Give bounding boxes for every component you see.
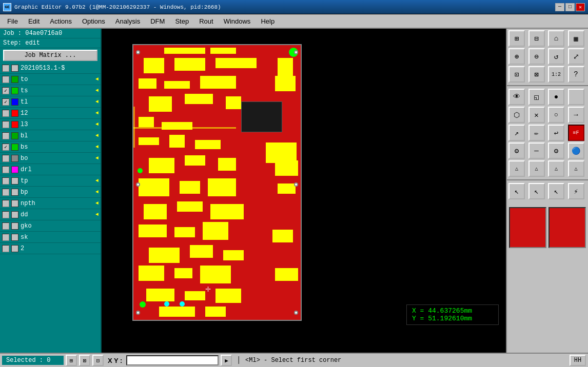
active-tool-button[interactable]: ≡F <box>568 125 584 141</box>
layer-checkbox[interactable] <box>2 234 9 241</box>
maximize-button[interactable]: □ <box>565 3 575 11</box>
layer-checkbox[interactable]: ✓ <box>2 144 9 151</box>
layer-row[interactable]: gko <box>0 220 101 232</box>
menu-actions[interactable]: Actions <box>45 16 77 27</box>
status-icon-3[interactable]: ⊡ <box>92 355 104 366</box>
job-matrix-button[interactable]: Job Matrix ... <box>3 50 97 61</box>
fit-button[interactable]: ⤢ <box>568 48 584 65</box>
grid-button[interactable]: ▦ <box>568 30 584 47</box>
tri4-button[interactable]: △ <box>568 160 584 177</box>
menu-windows[interactable]: Windows <box>219 16 256 27</box>
layer-checkbox[interactable] <box>2 211 9 218</box>
layer-checkbox[interactable]: ✓ <box>2 98 9 106</box>
deselect-button[interactable]: ⊠ <box>528 66 545 83</box>
pcb-element <box>144 58 164 73</box>
menu-rout[interactable]: Rout <box>194 16 218 27</box>
pcb-element <box>210 204 244 219</box>
layer-row[interactable]: ✓bs◄ <box>0 141 101 153</box>
layer-checkbox[interactable] <box>2 177 9 185</box>
circle-button[interactable]: ● <box>548 89 564 105</box>
layer-row[interactable]: ✓ts◄ <box>0 85 101 96</box>
hh-button[interactable]: HH <box>570 355 586 366</box>
angle-button[interactable]: ↗ <box>508 125 525 141</box>
cursor3-button[interactable]: ↖ <box>548 183 564 199</box>
layer-checkbox[interactable] <box>2 245 9 252</box>
info-button[interactable]: 🔵 <box>568 142 584 159</box>
layer-color-swatch <box>11 166 18 173</box>
config-button[interactable]: ⚙ <box>548 142 564 159</box>
layer-row[interactable]: l3◄ <box>0 119 101 130</box>
draw-button[interactable]: ✏ <box>528 125 545 141</box>
layer-checkbox[interactable] <box>2 65 9 72</box>
layer-row[interactable]: 20210513.1-$ <box>0 63 101 74</box>
layer-checkbox[interactable]: ✓ <box>2 87 9 94</box>
layer-row[interactable]: to◄ <box>0 74 101 85</box>
home-button[interactable]: ⌂ <box>548 30 564 47</box>
layer-row[interactable]: dd◄ <box>0 209 101 220</box>
ratio-button[interactable]: 1:2 <box>548 66 564 83</box>
zoom-out-button[interactable]: ⊖ <box>528 48 545 65</box>
layer-checkbox[interactable] <box>2 110 9 117</box>
layer-checkbox[interactable] <box>2 166 9 173</box>
node-button[interactable]: ⬡ <box>508 107 525 123</box>
tri2-button[interactable]: △ <box>528 160 545 177</box>
layer-color-swatch <box>11 65 18 72</box>
status-icon-2[interactable]: ⊠ <box>79 355 90 366</box>
delete-button[interactable]: ✕ <box>528 107 545 123</box>
layer-row[interactable]: bl◄ <box>0 130 101 141</box>
layer-row[interactable]: bo◄ <box>0 153 101 164</box>
menu-file[interactable]: File <box>2 16 23 27</box>
coordinates-display: X = 44.637265mm Y = 51.192610mm <box>406 304 499 325</box>
line-button[interactable]: — <box>528 142 545 159</box>
layer-row[interactable]: sk <box>0 232 101 243</box>
status-icon-1[interactable]: ⊞ <box>66 355 77 366</box>
layer-checkbox[interactable] <box>2 155 9 162</box>
minimize-button[interactable]: ─ <box>555 3 564 11</box>
layer-checkbox[interactable] <box>2 132 9 139</box>
menu-dfm[interactable]: DFM <box>145 16 170 27</box>
menu-analysis[interactable]: Analysis <box>110 16 145 27</box>
canvas-area[interactable]: ✛ X = 44.637265mm Y = 51.192610mm <box>102 29 506 353</box>
xy-input[interactable] <box>126 355 219 365</box>
layer-row[interactable]: bp◄ <box>0 187 101 198</box>
menu-step[interactable]: Step <box>170 16 194 27</box>
snap-button[interactable]: ⚡ <box>568 183 584 199</box>
layer-row[interactable]: drl <box>0 164 101 175</box>
layer-color-swatch <box>11 189 18 196</box>
layer-checkbox[interactable] <box>2 200 9 207</box>
net-button[interactable] <box>568 89 584 105</box>
tri1-button[interactable]: △ <box>508 160 525 177</box>
tri3-button[interactable]: △ <box>548 160 564 177</box>
layer-checkbox[interactable] <box>2 222 9 230</box>
close-button[interactable]: ✕ <box>576 3 585 11</box>
layer-row[interactable]: tp◄ <box>0 175 101 187</box>
menu-help[interactable]: Help <box>256 16 280 27</box>
layer-row[interactable]: 2 <box>0 243 101 254</box>
layer-row[interactable]: npth◄ <box>0 198 101 209</box>
layer-checkbox[interactable] <box>2 76 9 83</box>
measure-button[interactable]: ◱ <box>528 89 545 105</box>
layer-row[interactable]: 12◄ <box>0 108 101 119</box>
undo-button[interactable]: ↩ <box>548 125 564 141</box>
layer-checkbox[interactable] <box>2 121 9 128</box>
rotate-button[interactable]: ↺ <box>548 48 564 65</box>
zoom-window-button[interactable]: ⊟ <box>528 30 545 47</box>
via-button[interactable]: ○ <box>548 107 564 123</box>
layer-checkbox[interactable] <box>2 189 9 196</box>
layer-name-label: gko <box>21 222 99 230</box>
menu-edit[interactable]: Edit <box>23 16 45 27</box>
view-button[interactable]: 👁 <box>508 89 525 105</box>
zoom-fit-button[interactable]: ⊞ <box>508 30 525 47</box>
layer-color-swatch <box>11 200 18 207</box>
settings-button[interactable]: ⚙ <box>508 142 525 159</box>
select-button[interactable]: ⊡ <box>508 66 525 83</box>
xy-confirm-button[interactable]: ▶ <box>221 355 232 366</box>
menu-options[interactable]: Options <box>77 16 110 27</box>
pcb-element <box>218 158 236 171</box>
zoom-in-button[interactable]: ⊕ <box>508 48 525 65</box>
help-button[interactable]: ? <box>568 66 584 83</box>
connect-button[interactable]: → <box>568 107 584 123</box>
cursor1-button[interactable]: ↖ <box>508 183 525 199</box>
layer-row[interactable]: ✓tl◄ <box>0 96 101 108</box>
cursor2-button[interactable]: ↖ <box>528 183 545 199</box>
